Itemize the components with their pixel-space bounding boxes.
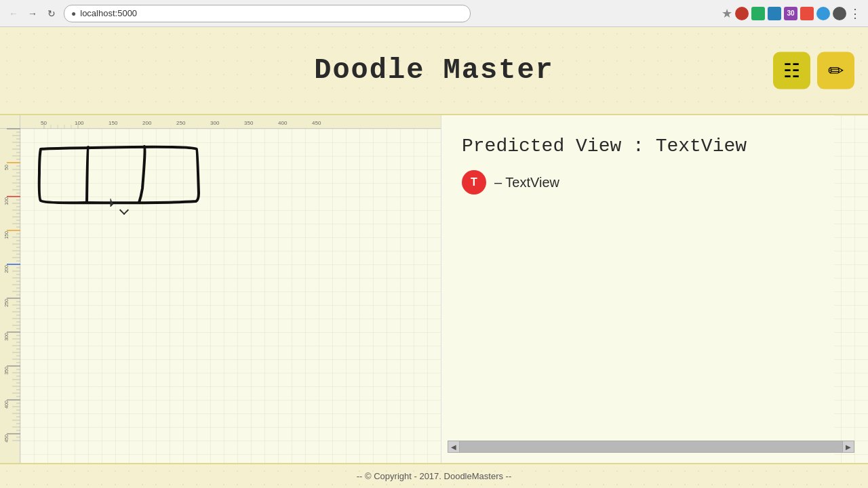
ext-icon-1 bbox=[735, 7, 749, 20]
ext-icon-4: 30 bbox=[784, 7, 797, 20]
ext-icon-6 bbox=[816, 7, 830, 20]
grid-icon-button[interactable]: ☷ bbox=[773, 52, 810, 89]
svg-text:150: 150 bbox=[108, 120, 118, 126]
grid-icon: ☷ bbox=[783, 60, 800, 82]
app-header: Doodle Master ☷ ✏ bbox=[0, 27, 868, 115]
drawing-column: 50 100 150 200 250 300 350 400 450 bbox=[20, 115, 441, 463]
address-bar[interactable]: ● localhost:5000 bbox=[64, 5, 471, 22]
doodle-drawing bbox=[31, 139, 207, 214]
svg-text:250: 250 bbox=[176, 120, 186, 126]
back-button[interactable]: ← bbox=[7, 7, 20, 20]
scrollbar-container: ◀ ▶ bbox=[448, 441, 854, 453]
svg-text:100: 100 bbox=[75, 120, 84, 126]
ext-icon-2 bbox=[751, 7, 765, 20]
scroll-track[interactable] bbox=[460, 441, 842, 453]
svg-text:300: 300 bbox=[4, 333, 9, 341]
menu-icon[interactable]: ⋮ bbox=[849, 6, 861, 21]
ext-icon-5 bbox=[800, 7, 814, 20]
svg-text:50: 50 bbox=[4, 165, 9, 170]
svg-text:50: 50 bbox=[41, 120, 47, 126]
predicted-view-title: Predicted View : TextView bbox=[462, 136, 814, 157]
svg-text:200: 200 bbox=[142, 120, 152, 126]
app-title: Doodle Master bbox=[314, 54, 554, 87]
scroll-left-arrow: ◀ bbox=[451, 443, 456, 451]
ext-icon-3 bbox=[768, 7, 781, 20]
lock-icon: ● bbox=[71, 9, 76, 18]
app-footer: -- © Copyright - 2017. DoodleMasters -- bbox=[0, 463, 868, 488]
scroll-right-button[interactable]: ▶ bbox=[842, 441, 854, 453]
left-panel: 50100150200250300350400450 50 100 150 20… bbox=[0, 115, 441, 463]
svg-text:400: 400 bbox=[278, 120, 288, 126]
ruler-top: 50 100 150 200 250 300 350 400 450 bbox=[20, 115, 441, 129]
eraser-icon: ✏ bbox=[828, 60, 844, 82]
url-text: localhost:5000 bbox=[80, 8, 137, 18]
svg-text:300: 300 bbox=[210, 120, 220, 126]
prediction-text: – TextView bbox=[494, 175, 559, 190]
ext-icon-7 bbox=[833, 7, 846, 20]
prediction-badge: T bbox=[462, 170, 486, 195]
prediction-item: T – TextView bbox=[462, 170, 814, 195]
ruler-left: 50100150200250300350400450 bbox=[0, 115, 20, 463]
drawing-area[interactable] bbox=[20, 129, 441, 463]
browser-chrome: ← → ↻ ● localhost:5000 ★ 30 ⋮ bbox=[0, 0, 868, 27]
ruler-top-svg: 50 100 150 200 250 300 350 400 450 bbox=[20, 115, 441, 129]
svg-text:250: 250 bbox=[4, 299, 9, 307]
scroll-thumb[interactable] bbox=[460, 441, 842, 452]
scroll-left-button[interactable]: ◀ bbox=[448, 441, 460, 453]
scroll-right-arrow: ▶ bbox=[846, 443, 851, 451]
header-icons: ☷ ✏ bbox=[773, 52, 854, 89]
bookmark-icon[interactable]: ★ bbox=[722, 6, 732, 21]
browser-extensions: ★ 30 ⋮ bbox=[722, 6, 861, 21]
svg-text:350: 350 bbox=[4, 367, 9, 375]
forward-button[interactable]: → bbox=[26, 7, 39, 20]
svg-text:400: 400 bbox=[4, 401, 9, 409]
right-panel: Predicted View : TextView T – TextView bbox=[441, 115, 834, 463]
svg-text:100: 100 bbox=[4, 197, 9, 205]
refresh-button[interactable]: ↻ bbox=[45, 7, 58, 20]
svg-text:150: 150 bbox=[4, 231, 9, 239]
main-content: 50100150200250300350400450 50 100 150 20… bbox=[0, 115, 868, 463]
ruler-left-svg: 50100150200250300350400450 bbox=[0, 129, 20, 441]
svg-text:450: 450 bbox=[4, 434, 9, 443]
copyright-text: -- © Copyright - 2017. DoodleMasters -- bbox=[357, 471, 512, 481]
eraser-icon-button[interactable]: ✏ bbox=[817, 52, 854, 89]
svg-text:200: 200 bbox=[4, 265, 9, 273]
svg-text:450: 450 bbox=[312, 120, 321, 126]
svg-text:350: 350 bbox=[244, 120, 254, 126]
